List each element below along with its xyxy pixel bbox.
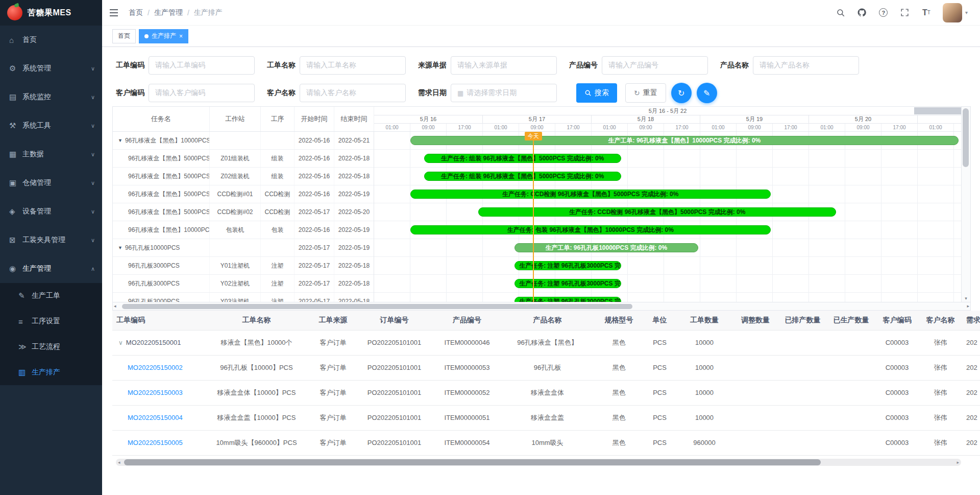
gantt-bar[interactable]: 生产任务: CCD检测 96孔移液盒【黑色】5000PCS 完成比例: 0% <box>410 190 771 199</box>
tab-item[interactable]: 首页 <box>112 29 136 43</box>
table-row[interactable]: ∨MO202205150001移液盒【黑色】10000个客户订单PO202205… <box>112 330 980 355</box>
edit-circle-button[interactable]: ✎ <box>697 83 717 103</box>
table-row[interactable]: MO202205150003移液盒盒体【10000】PCS客户订单PO20220… <box>112 380 980 405</box>
tab-active[interactable]: 生产排产× <box>139 29 188 43</box>
gantt-bar[interactable]: 生产任务: 注塑 96孔孔板3000PCS 完成比例: 0% <box>514 261 621 270</box>
breadcrumb-item[interactable]: 生产管理 <box>154 8 183 17</box>
calendar-icon: ▦ <box>457 89 463 97</box>
sidebar-item[interactable]: ⚒系统工具∨ <box>0 111 102 140</box>
workorder-code-link[interactable]: MO202205150002 <box>128 364 183 371</box>
table-scroll-thumb[interactable] <box>124 459 821 465</box>
help-icon[interactable]: ? <box>878 8 889 18</box>
gantt-task-row[interactable]: 96孔移液盒【黑色】5000PCSZ01组装机组装2022-05-162022-… <box>113 150 374 168</box>
workorder-code-link[interactable]: MO202205150003 <box>128 389 183 396</box>
sidebar-item[interactable]: ▤系统监控∨ <box>0 83 102 111</box>
gantt-task-row[interactable]: 96孔移液盒【黑色】10000PCS包装机包装2022-05-162022-05… <box>113 221 374 239</box>
sidebar-subitem[interactable]: ✎生产工单 <box>0 283 102 309</box>
gantt-task-row[interactable]: 96孔移液盒【黑色】5000PCSCCD检测#01CCD检测2022-05-16… <box>113 185 374 203</box>
menu-fold-icon[interactable] <box>102 0 126 25</box>
close-icon[interactable]: × <box>179 33 183 40</box>
gantt-cell: 2022-05-17 <box>295 239 334 256</box>
user-menu[interactable]: ▾ <box>943 3 968 22</box>
gantt-bar[interactable]: 生产任务: 注塑 96孔孔板3000PCS 完成比例: 0% <box>514 279 621 288</box>
text-input[interactable]: 请输入客户编码 <box>149 84 255 102</box>
text-input[interactable]: 请输入客户名称 <box>300 84 406 102</box>
text-input[interactable]: 请输入来源单据 <box>451 56 557 75</box>
gantt-cell: CCD检测 <box>261 203 295 221</box>
text-input[interactable]: 请输入工单编码 <box>149 56 255 75</box>
table-column-header: 客户编码 <box>875 311 919 330</box>
table-column-header: 单位 <box>643 311 676 330</box>
workorder-code-link[interactable]: MO202205150005 <box>128 439 183 446</box>
task-text: 96孔移液盒【黑色】10000PCS <box>125 136 210 145</box>
gantt-bar[interactable]: 生产任务: 注塑 96孔孔板3000PCS 完成比例: 0% <box>514 297 621 302</box>
sidebar-subitem[interactable]: ≡工序设置 <box>0 309 102 334</box>
gantt-task-row[interactable]: 96孔移液盒【黑色】5000PCSZ02组装机组装2022-05-162022-… <box>113 168 374 185</box>
table-cell: 96孔孔板 <box>500 355 595 380</box>
timeline-range-header: 5月 16 - 5月 22 <box>374 107 961 115</box>
table-cell: 黑色 <box>595 330 643 355</box>
text-input[interactable]: 请输入工单名称 <box>300 56 406 75</box>
workorder-code-cell: MO202205150003 <box>112 380 202 405</box>
text-input[interactable]: 请输入产品编号 <box>602 56 708 75</box>
gantt-task-row[interactable]: 96孔移液盒【黑色】5000PCSCCD检测#02CCD检测2022-05-17… <box>113 203 374 221</box>
sidebar-item[interactable]: ⊠工装夹具管理∨ <box>0 226 102 254</box>
gantt-bar[interactable]: 生产任务: 组装 96孔移液盒【黑色】5000PCS 完成比例: 0% <box>424 154 621 163</box>
sidebar-item[interactable]: ◉生产管理∧ <box>0 254 102 283</box>
gantt-cell: 包装 <box>261 221 295 239</box>
date-input[interactable]: ▦请选择需求日期 <box>451 84 557 102</box>
gantt-bar[interactable]: 生产任务: 包装 96孔移液盒【黑色】10000PCS 完成比例: 0% <box>410 225 771 234</box>
sidebar-item[interactable]: ⌂首页 <box>0 26 102 54</box>
gantt-cell: 2022-05-19 <box>334 239 374 256</box>
scroll-left-icon[interactable]: ◂ <box>114 303 116 309</box>
scroll-right-icon[interactable]: ▸ <box>957 460 959 465</box>
filter-panel: 工单编码请输入工单编码工单名称请输入工单名称来源单据请输入来源单据产品编号请输入… <box>102 47 980 106</box>
scroll-left-icon[interactable]: ◂ <box>118 460 120 465</box>
search-button[interactable]: 搜索 <box>576 83 617 103</box>
gantt-bar[interactable]: 生产工单: 96孔移液盒【黑色】10000PCS 完成比例: 0% <box>410 136 959 145</box>
breadcrumb-item[interactable]: 首页 <box>129 8 143 17</box>
refresh-circle-button[interactable]: ↻ <box>671 83 692 103</box>
caret-down-icon[interactable]: ▼ <box>118 245 122 250</box>
gantt-column-header: 开始时间 <box>295 107 334 131</box>
gantt-bar[interactable]: 生产任务: 组装 96孔移液盒【黑色】5000PCS 完成比例: 0% <box>424 172 621 181</box>
gantt-horizontal-scrollbar[interactable]: ◂ ▸ <box>113 302 970 310</box>
input-placeholder: 请输入客户名称 <box>306 88 356 98</box>
table-row[interactable]: MO20220515000296孔孔板【10000】PCS客户订单PO20220… <box>112 355 980 380</box>
horizontal-scroll-thumb[interactable] <box>122 304 632 309</box>
scroll-down-icon[interactable]: ▾ <box>962 296 970 301</box>
table-row[interactable]: MO20220515000510mm吸头【960000】PCS客户订单PO202… <box>112 430 980 455</box>
sidebar-item[interactable]: ◈设备管理∨ <box>0 197 102 226</box>
fullscreen-icon[interactable] <box>900 8 910 18</box>
gantt-task-row[interactable]: ▼96孔孔板10000PCS2022-05-172022-05-19 <box>113 239 374 257</box>
gantt-bar[interactable]: 生产任务: CCD检测 96孔移液盒【黑色】5000PCS 完成比例: 0% <box>478 207 836 217</box>
table-horizontal-scrollbar[interactable]: ◂ ▸ <box>116 459 961 466</box>
caret-down-icon[interactable]: ▼ <box>118 138 122 143</box>
app-logo[interactable]: 苦糖果MES <box>0 0 102 26</box>
scroll-right-icon[interactable]: ▸ <box>967 303 969 309</box>
workorder-code[interactable]: MO202205150001 <box>126 339 181 346</box>
table-row[interactable]: MO202205150004移液盒盒盖【10000】PCS客户订单PO20220… <box>112 405 980 430</box>
gantt-bar[interactable]: 生产工单: 96孔孔板10000PCS 完成比例: 0% <box>514 243 698 252</box>
gantt-bar-label: 生产任务: 注塑 96孔孔板3000PCS 完成比例: 0% <box>519 279 621 288</box>
sidebar-item[interactable]: ⚙系统管理∨ <box>0 54 102 83</box>
sidebar-item[interactable]: ▦主数据∨ <box>0 140 102 169</box>
sidebar-subitem[interactable]: ▥生产排产 <box>0 360 102 385</box>
sidebar-subitem[interactable]: ≫工艺流程 <box>0 334 102 360</box>
workorder-code-link[interactable]: MO202205150004 <box>128 414 183 421</box>
expand-chevron-icon[interactable]: ∨ <box>118 339 123 346</box>
github-icon[interactable] <box>857 8 867 18</box>
gantt-task-row[interactable]: 96孔孔板3000PCSY03注塑机注塑2022-05-172022-05-18 <box>113 293 374 302</box>
font-size-icon[interactable]: TT <box>921 8 932 18</box>
gantt-task-row[interactable]: ▼96孔移液盒【黑色】10000PCS2022-05-162022-05-21 <box>113 132 374 150</box>
text-input[interactable]: 请输入产品名称 <box>753 56 859 75</box>
sidebar-item[interactable]: ▣仓储管理∨ <box>0 169 102 197</box>
vertical-scroll-thumb[interactable] <box>963 108 969 167</box>
gantt-task-row[interactable]: 96孔孔板3000PCSY02注塑机注塑2022-05-172022-05-18 <box>113 275 374 293</box>
search-icon[interactable] <box>836 8 846 18</box>
gantt-task-row[interactable]: 96孔孔板3000PCSY01注塑机注塑2022-05-172022-05-18 <box>113 257 374 275</box>
gantt-vertical-scrollbar[interactable]: ▾ <box>961 107 970 302</box>
gantt-chart-row: 生产任务: 包装 96孔移液盒【黑色】10000PCS 完成比例: 0% <box>374 221 961 239</box>
reset-button[interactable]: ↻ 重置 <box>625 83 666 103</box>
refresh-icon: ↻ <box>634 89 640 97</box>
